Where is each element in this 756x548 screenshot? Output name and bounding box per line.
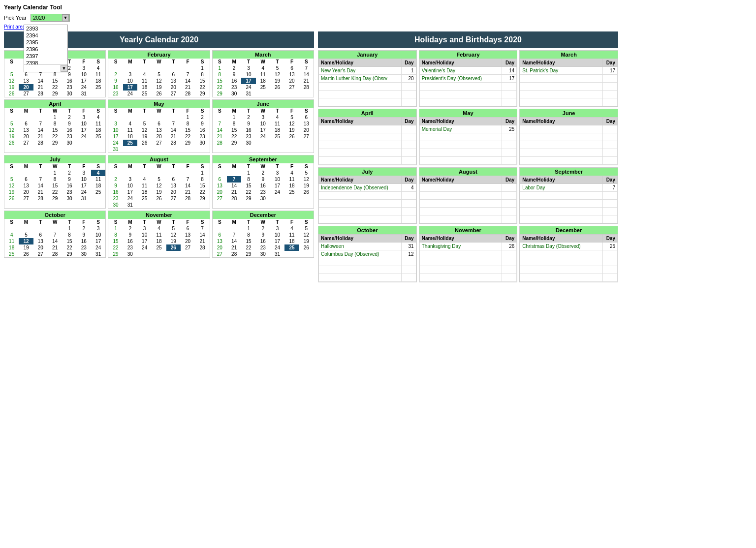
calendar-day[interactable]: 1: [62, 225, 76, 232]
calendar-day[interactable]: 4: [91, 170, 105, 176]
calendar-day[interactable]: 29: [48, 195, 62, 202]
calendar-day[interactable]: 11: [91, 71, 105, 78]
calendar-day[interactable]: [256, 91, 270, 97]
calendar-day[interactable]: [181, 170, 195, 176]
calendar-day[interactable]: 1: [48, 114, 62, 121]
calendar-day[interactable]: [108, 114, 123, 121]
calendar-day[interactable]: 23: [62, 133, 76, 140]
calendar-day[interactable]: 4: [284, 170, 299, 176]
dropdown-item[interactable]: 2398: [24, 60, 67, 64]
calendar-day[interactable]: 17: [123, 189, 137, 195]
calendar-day[interactable]: 17: [108, 133, 123, 140]
calendar-day[interactable]: 18: [137, 84, 152, 91]
calendar-day[interactable]: 11: [123, 127, 137, 133]
calendar-day[interactable]: 24: [91, 244, 105, 251]
calendar-day[interactable]: 19: [19, 244, 33, 251]
calendar-day[interactable]: [166, 251, 181, 257]
calendar-day[interactable]: 15: [195, 78, 209, 84]
calendar-day[interactable]: 29: [108, 251, 123, 257]
calendar-day[interactable]: 13: [213, 238, 227, 244]
calendar-day[interactable]: 12: [299, 232, 314, 238]
calendar-day[interactable]: 5: [270, 65, 284, 71]
calendar-day[interactable]: 28: [33, 91, 48, 97]
calendar-day[interactable]: 16: [62, 78, 76, 84]
calendar-day[interactable]: 11: [91, 121, 105, 127]
calendar-day[interactable]: 15: [213, 78, 227, 84]
calendar-day[interactable]: 7: [213, 121, 227, 127]
calendar-day[interactable]: [270, 91, 284, 97]
calendar-day[interactable]: 3: [77, 170, 91, 176]
calendar-day[interactable]: 28: [181, 91, 195, 97]
calendar-day[interactable]: 9: [256, 176, 270, 183]
calendar-day[interactable]: [152, 251, 166, 257]
calendar-day[interactable]: 12: [270, 71, 284, 78]
calendar-day[interactable]: 8: [181, 121, 195, 127]
calendar-day[interactable]: 5: [137, 121, 152, 127]
calendar-day[interactable]: 13: [19, 127, 33, 133]
calendar-day[interactable]: 12: [299, 176, 314, 183]
calendar-day[interactable]: 31: [91, 251, 105, 257]
calendar-day[interactable]: 17: [270, 183, 284, 189]
calendar-day[interactable]: [181, 202, 195, 208]
calendar-day[interactable]: [152, 170, 166, 176]
calendar-day[interactable]: 4: [270, 114, 284, 121]
calendar-day[interactable]: 9: [108, 183, 123, 189]
calendar-day[interactable]: 18: [152, 238, 166, 244]
calendar-day[interactable]: 26: [137, 140, 152, 146]
calendar-day[interactable]: 11: [137, 78, 152, 84]
calendar-day[interactable]: 18: [256, 78, 270, 84]
calendar-day[interactable]: 4: [91, 65, 105, 71]
calendar-day[interactable]: 29: [48, 140, 62, 146]
calendar-day[interactable]: 27: [19, 91, 33, 97]
calendar-day[interactable]: 7: [166, 121, 181, 127]
calendar-day[interactable]: [123, 65, 137, 71]
year-dropdown-overlay[interactable]: 2393 2394 2395 2396 2397 2398 2399 2400 …: [24, 25, 68, 72]
calendar-day[interactable]: 25: [270, 133, 284, 140]
calendar-day[interactable]: 7: [195, 225, 209, 232]
calendar-day[interactable]: [91, 91, 105, 97]
calendar-day[interactable]: 8: [62, 232, 76, 238]
calendar-day[interactable]: 2: [77, 225, 91, 232]
calendar-day[interactable]: [166, 170, 181, 176]
calendar-day[interactable]: 21: [195, 238, 209, 244]
calendar-day[interactable]: 11: [4, 238, 19, 244]
calendar-day[interactable]: 23: [227, 84, 241, 91]
calendar-day[interactable]: 9: [195, 121, 209, 127]
calendar-day[interactable]: 28: [48, 251, 62, 257]
calendar-day[interactable]: 13: [284, 71, 299, 78]
calendar-day[interactable]: 6: [213, 232, 227, 238]
calendar-day[interactable]: 2: [256, 170, 270, 176]
calendar-day[interactable]: 1: [195, 65, 209, 71]
calendar-day[interactable]: [195, 146, 209, 152]
calendar-day[interactable]: 1: [241, 225, 255, 232]
dropdown-item[interactable]: 2393: [24, 25, 67, 32]
calendar-day[interactable]: 19: [4, 189, 19, 195]
calendar-day[interactable]: 23: [123, 244, 137, 251]
calendar-day[interactable]: 26: [299, 189, 314, 195]
calendar-day[interactable]: 31: [270, 251, 284, 257]
calendar-day[interactable]: 30: [62, 140, 76, 146]
calendar-day[interactable]: 4: [284, 225, 299, 232]
calendar-day[interactable]: 5: [4, 121, 19, 127]
dropdown-item[interactable]: 2394: [24, 32, 67, 39]
calendar-day[interactable]: 19: [152, 84, 166, 91]
calendar-day[interactable]: 27: [299, 133, 314, 140]
calendar-day[interactable]: 7: [181, 71, 195, 78]
calendar-day[interactable]: 3: [270, 170, 284, 176]
calendar-day[interactable]: [299, 195, 314, 202]
calendar-day[interactable]: 14: [181, 183, 195, 189]
calendar-day[interactable]: 23: [62, 189, 76, 195]
calendar-day[interactable]: [4, 65, 19, 71]
calendar-day[interactable]: 12: [166, 232, 181, 238]
calendar-day[interactable]: 16: [256, 238, 270, 244]
calendar-day[interactable]: 8: [241, 176, 255, 183]
calendar-day[interactable]: 29: [241, 195, 255, 202]
calendar-day[interactable]: 22: [181, 133, 195, 140]
calendar-day[interactable]: 1: [213, 65, 227, 71]
calendar-day[interactable]: 19: [284, 127, 299, 133]
calendar-day[interactable]: [4, 225, 19, 232]
calendar-day[interactable]: 6: [33, 232, 48, 238]
calendar-day[interactable]: 11: [256, 71, 270, 78]
calendar-day[interactable]: 26: [19, 251, 33, 257]
calendar-day[interactable]: 30: [256, 195, 270, 202]
